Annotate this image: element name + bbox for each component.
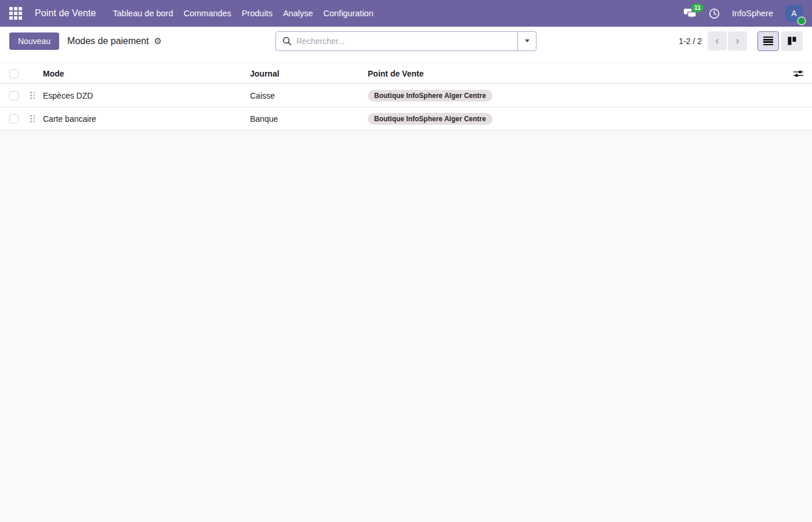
app-brand-point-de-vente[interactable]: Point de Vente	[35, 8, 96, 19]
table-row[interactable]: Espèces DZD Caisse Boutique InfoSphere A…	[0, 84, 812, 107]
online-status-dot	[798, 17, 805, 24]
kanban-view-button[interactable]	[781, 31, 803, 51]
optional-columns-button[interactable]	[793, 70, 812, 78]
pager: ‹ ›	[708, 31, 747, 50]
empty-content-area	[0, 130, 812, 522]
column-header-journal[interactable]: Journal	[250, 69, 368, 78]
apps-grid-icon[interactable]	[9, 7, 22, 20]
discuss-messages-button[interactable]: 11	[683, 8, 697, 20]
column-header-mode[interactable]: Mode	[43, 69, 250, 78]
list-view-button[interactable]	[757, 31, 779, 51]
company-name[interactable]: InfoSphere	[732, 9, 773, 18]
column-header-point-de-vente[interactable]: Point de Vente	[368, 69, 780, 78]
search-bar	[276, 31, 536, 51]
table-row[interactable]: Carte bancaire Banque Boutique InfoSpher…	[0, 107, 812, 130]
menu-produits[interactable]: Produits	[237, 5, 278, 21]
search-icon	[276, 32, 292, 50]
cell-mode: Espèces DZD	[43, 91, 250, 100]
row-checkbox[interactable]	[9, 91, 19, 100]
pager-counter: 1-2 / 2	[679, 37, 702, 46]
search-dropdown-toggle[interactable]	[517, 32, 536, 50]
menu-configuration[interactable]: Configuration	[318, 5, 379, 21]
view-switcher	[757, 31, 803, 51]
menu-tableau-de-bord[interactable]: Tableau de bord	[108, 5, 179, 21]
control-panel: Nouveau Modes de paiement ⚙ 1-2 / 2 ‹ ›	[0, 27, 812, 55]
cell-journal: Caisse	[250, 91, 368, 100]
top-navbar: Point de Vente Tableau de bord Commandes…	[0, 0, 812, 27]
pos-tag: Boutique InfoSphere Alger Centre	[368, 90, 492, 102]
pos-tag: Boutique InfoSphere Alger Centre	[368, 113, 492, 125]
kanban-view-icon	[788, 37, 796, 45]
pager-next-button[interactable]: ›	[728, 31, 747, 50]
row-checkbox[interactable]	[9, 114, 19, 124]
select-all-checkbox[interactable]	[9, 69, 19, 78]
cell-mode: Carte bancaire	[43, 114, 250, 124]
menu-commandes[interactable]: Commandes	[179, 5, 237, 21]
list-view: Mode Journal Point de Vente Espèces DZD …	[0, 55, 812, 130]
actions-gear-icon[interactable]: ⚙	[154, 37, 162, 45]
search-input[interactable]	[292, 32, 517, 50]
list-header-row: Mode Journal Point de Vente	[0, 63, 812, 84]
clock-icon	[709, 8, 720, 19]
avatar-initial: A	[791, 9, 796, 18]
chevron-down-icon	[525, 39, 530, 42]
pager-previous-button[interactable]: ‹	[708, 31, 727, 50]
menu-analyse[interactable]: Analyse	[278, 5, 318, 21]
drag-handle-icon[interactable]	[30, 115, 35, 122]
user-avatar[interactable]: A	[785, 5, 803, 22]
sliders-icon	[793, 70, 803, 78]
cell-journal: Banque	[250, 114, 368, 124]
activities-button[interactable]	[709, 8, 720, 19]
drag-handle-icon[interactable]	[30, 92, 35, 99]
list-view-icon	[763, 37, 773, 46]
main-menu: Tableau de bord Commandes Produits Analy…	[108, 5, 379, 21]
page-title-breadcrumb: Modes de paiement	[67, 36, 149, 46]
messages-count-badge: 11	[691, 3, 704, 13]
new-button[interactable]: Nouveau	[9, 32, 59, 50]
